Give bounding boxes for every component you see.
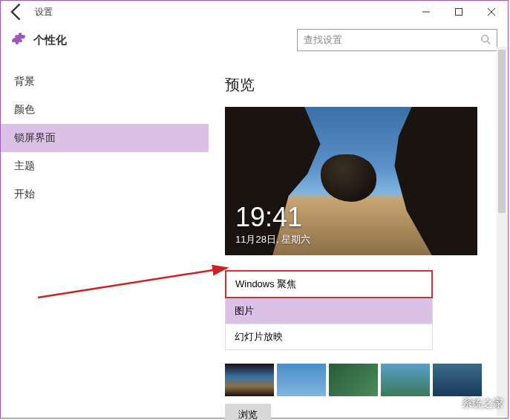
sidebar-item-colors[interactable]: 颜色 [1,96,209,124]
watermark-text: 系统之家 [462,397,503,410]
scroll-thumb[interactable] [498,50,506,213]
dropdown-option-picture[interactable]: 图片 [225,298,433,324]
main-panel: 预览 19:41 11月28日, 星期六 Windows 聚焦 图片 幻灯片放映 [209,62,508,420]
gear-icon [11,31,26,49]
svg-line-5 [488,41,491,44]
back-button[interactable] [7,1,27,22]
svg-rect-1 [456,9,462,16]
content-area: 背景 颜色 锁屏界面 主题 开始 预览 19:41 11月28日, 星期六 Wi… [1,62,508,420]
close-button[interactable] [475,1,508,23]
sidebar-item-background[interactable]: 背景 [1,68,209,96]
search-input[interactable]: 查找设置 [297,29,497,51]
titlebar: 设置 [1,1,508,23]
watermark: 系统之家 [442,396,503,412]
browse-button[interactable]: 浏览 [225,404,271,420]
preview-heading: 预览 [225,75,491,95]
background-source-dropdown[interactable]: Windows 聚焦 [225,270,433,298]
thumbnail[interactable] [329,364,378,396]
sidebar-item-themes[interactable]: 主题 [1,152,209,180]
dropdown-option-spotlight[interactable]: Windows 聚焦 [226,272,431,297]
minimize-button[interactable] [410,1,442,23]
thumbnail[interactable] [381,364,430,396]
page-title: 个性化 [33,33,67,47]
lock-time: 19:41 [235,202,302,233]
thumbnail[interactable] [225,364,274,396]
maximize-button[interactable] [442,1,475,23]
header: 个性化 查找设置 [1,23,508,62]
thumbnail[interactable] [433,364,482,396]
sidebar-item-lockscreen[interactable]: 锁屏界面 [1,124,209,152]
window-title: 设置 [35,6,53,19]
window-controls [410,1,508,23]
lock-date: 11月28日, 星期六 [235,233,310,246]
picture-thumbnails [225,364,491,396]
sidebar: 背景 颜色 锁屏界面 主题 开始 [1,62,209,420]
dropdown-option-slideshow[interactable]: 幻灯片放映 [225,324,433,350]
settings-window: 设置 个性化 查找设置 背景 颜色 锁屏界面 [0,0,509,419]
svg-point-4 [482,35,488,42]
thumbnail[interactable] [277,364,326,396]
scrollbar[interactable] [497,47,507,416]
lockscreen-preview: 19:41 11月28日, 星期六 [225,107,477,255]
dropdown-options-list: 图片 幻灯片放映 [225,298,433,350]
sidebar-item-start[interactable]: 开始 [1,180,209,209]
search-placeholder: 查找设置 [304,33,480,47]
search-icon [480,34,491,47]
house-icon [442,396,459,412]
